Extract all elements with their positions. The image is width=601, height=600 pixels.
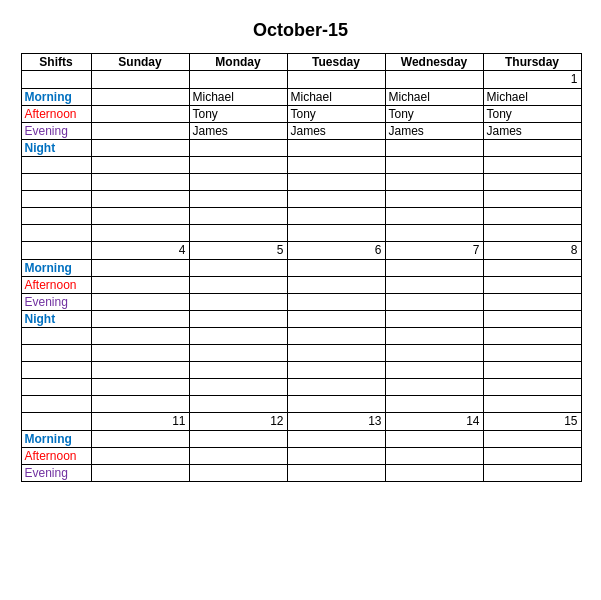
empty-cell [287,328,385,345]
shift-morning-tue [287,431,385,448]
shift-evening-thu [483,465,581,482]
shift-row: Morning [21,260,581,277]
empty-cell [21,191,91,208]
shift-morning-wed [385,431,483,448]
page-title: October-15 [21,20,581,41]
date-thu: 15 [483,413,581,431]
empty-cell [287,174,385,191]
date-mon: 5 [189,242,287,260]
date-wed: 7 [385,242,483,260]
date-thu: 1 [483,71,581,89]
shift-label-morning: Morning [21,431,91,448]
empty-cell [483,379,581,396]
empty-cell [91,191,189,208]
shift-morning-thu [483,260,581,277]
shift-night-tue [287,140,385,157]
shift-afternoon-tue [287,277,385,294]
empty-cell [91,225,189,242]
header-tuesday: Tuesday [287,54,385,71]
empty-cell [189,345,287,362]
shift-evening-sun [91,465,189,482]
empty-row [21,157,581,174]
shift-evening-wed [385,294,483,311]
shift-morning-wed [385,260,483,277]
empty-cell [91,362,189,379]
shift-night-mon [189,140,287,157]
empty-cell [385,396,483,413]
shift-label-night: Night [21,140,91,157]
empty-cell [189,191,287,208]
schedule-table: Shifts Sunday Monday Tuesday Wednesday T… [21,53,582,482]
empty-cell [91,174,189,191]
empty-cell [483,191,581,208]
shift-afternoon-mon [189,277,287,294]
table-header: Shifts Sunday Monday Tuesday Wednesday T… [21,54,581,71]
date-mon [189,71,287,89]
empty-cell [21,362,91,379]
empty-cell [385,345,483,362]
empty-cell [189,225,287,242]
empty-cell [385,191,483,208]
shift-morning-sun [91,431,189,448]
shift-night-sun [91,311,189,328]
empty-cell [287,191,385,208]
empty-row [21,379,581,396]
empty-cell [21,328,91,345]
shift-night-wed [385,311,483,328]
empty-cell [91,396,189,413]
empty-cell [483,396,581,413]
empty-cell [21,208,91,225]
empty-row [21,396,581,413]
empty-cell [91,157,189,174]
date-row: 1 [21,71,581,89]
shift-afternoon-mon: Tony [189,106,287,123]
shift-evening-thu: James [483,123,581,140]
shift-row: MorningMichaelMichaelMichaelMichael [21,89,581,106]
shift-label-evening: Evening [21,465,91,482]
empty-cell [385,379,483,396]
empty-cell [189,174,287,191]
shift-evening-mon: James [189,123,287,140]
shift-morning-tue: Michael [287,89,385,106]
shift-evening-tue [287,294,385,311]
empty-cell [385,157,483,174]
shift-label-afternoon: Afternoon [21,106,91,123]
empty-cell [287,208,385,225]
empty-cell [287,345,385,362]
shift-afternoon-sun [91,106,189,123]
date-label-shifts [21,413,91,431]
shift-evening-tue [287,465,385,482]
empty-cell [21,174,91,191]
shift-row: Evening [21,294,581,311]
schedule-container: October-15 Shifts Sunday Monday Tuesday … [21,20,581,482]
empty-cell [483,345,581,362]
shift-label-morning: Morning [21,89,91,106]
empty-cell [287,362,385,379]
shift-evening-sun [91,294,189,311]
header-thursday: Thursday [483,54,581,71]
empty-cell [287,225,385,242]
date-row: 1112131415 [21,413,581,431]
shift-evening-mon [189,465,287,482]
date-sun: 11 [91,413,189,431]
empty-cell [91,328,189,345]
shift-row: Night [21,311,581,328]
empty-cell [483,328,581,345]
empty-cell [91,345,189,362]
empty-cell [385,208,483,225]
date-mon: 12 [189,413,287,431]
shift-evening-mon [189,294,287,311]
header-monday: Monday [189,54,287,71]
empty-row [21,328,581,345]
shift-afternoon-thu [483,277,581,294]
shift-label-afternoon: Afternoon [21,448,91,465]
date-row: 45678 [21,242,581,260]
shift-evening-sun [91,123,189,140]
shift-evening-tue: James [287,123,385,140]
shift-evening-wed [385,465,483,482]
shift-afternoon-thu [483,448,581,465]
shift-label-afternoon: Afternoon [21,277,91,294]
shift-afternoon-sun [91,277,189,294]
empty-cell [21,396,91,413]
date-sun: 4 [91,242,189,260]
